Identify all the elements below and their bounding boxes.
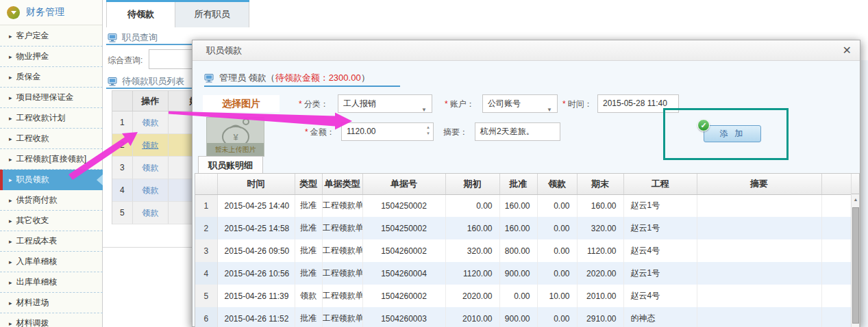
tab-all-staff[interactable]: 所有职员 bbox=[175, 2, 249, 27]
lingkuan-link[interactable]: 领款 bbox=[142, 185, 158, 195]
chevron-down-icon: ▼ bbox=[421, 101, 427, 113]
item-caret-icon: ▸ bbox=[9, 238, 12, 245]
vertical-scrollbar[interactable]: ▲ bbox=[851, 174, 860, 327]
sidebar-item[interactable]: ▸职员领款 bbox=[0, 170, 103, 190]
sidebar-item[interactable]: ▸客户定金 bbox=[0, 26, 103, 47]
detail-row[interactable]: 42015-04-26 10:56批准工程领款单15042600041120.0… bbox=[195, 262, 851, 285]
detail-cell: 2015-04-25 14:58 bbox=[217, 217, 295, 239]
lingkuan-link[interactable]: 领款 bbox=[142, 140, 158, 150]
detail-cell: 2015-04-26 10:56 bbox=[217, 262, 295, 285]
sidebar-item[interactable]: ▸材料调拨 bbox=[0, 313, 103, 327]
sidebar-item[interactable]: ▸工程收款计划 bbox=[0, 108, 103, 129]
operation-header: 操作 bbox=[133, 91, 169, 112]
monitor-icon bbox=[108, 34, 117, 42]
detail-row[interactable]: 52015-04-26 11:39领款工程领款单15042600022020.0… bbox=[195, 285, 851, 307]
detail-cell bbox=[697, 285, 821, 307]
detail-cell: 0.00 bbox=[537, 194, 577, 217]
close-icon[interactable]: ✕ bbox=[843, 44, 852, 57]
detail-table-header: 时间类型单据类型单据号期初批准领款期末工程摘要 bbox=[195, 174, 851, 194]
sidebar-item[interactable]: ▸物业押金 bbox=[0, 47, 103, 67]
lingkuan-link[interactable]: 领款 bbox=[142, 118, 158, 127]
detail-row[interactable]: 32015-04-26 09:50批准工程领款单1504260002320.00… bbox=[195, 239, 851, 262]
pending-staff-list-title: 待领款职员列表 bbox=[122, 75, 184, 88]
tab-pending-payment[interactable]: 待领款 bbox=[106, 2, 175, 27]
staff-row-number: 4 bbox=[112, 179, 133, 202]
sidebar-item[interactable]: ▸材料进场 bbox=[0, 293, 103, 313]
sidebar-item[interactable]: ▸工程收款 bbox=[0, 129, 103, 149]
sidebar-item-label: 质保金 bbox=[16, 71, 41, 83]
sidebar-item-label: 工程收款 bbox=[16, 133, 49, 144]
sidebar-item[interactable]: ▸出库单稽核 bbox=[0, 272, 103, 293]
item-caret-icon: ▸ bbox=[9, 33, 12, 40]
scroll-up-icon[interactable]: ▲ bbox=[852, 194, 860, 205]
monitor-icon bbox=[108, 77, 117, 86]
detail-cell: 2910.00 bbox=[577, 307, 623, 327]
sidebar-item[interactable]: ▸质保金 bbox=[0, 67, 103, 88]
payee-title: 管理员 领款（待领款金额：2300.00） bbox=[219, 72, 370, 84]
detail-cell: 900.00 bbox=[499, 262, 537, 285]
lingkuan-link[interactable]: 领款 bbox=[142, 163, 158, 172]
detail-cell: 的神态 bbox=[623, 307, 697, 327]
sidebar-item-label: 物业押金 bbox=[16, 51, 49, 62]
detail-cell-spacer bbox=[821, 307, 851, 327]
amount-stepper[interactable]: ▲▼ bbox=[426, 125, 430, 136]
payee-section-rule bbox=[204, 86, 400, 87]
add-button[interactable]: 添 加 bbox=[704, 125, 761, 142]
detail-cell: 1 bbox=[195, 194, 217, 217]
pending-staff-list-caption: 待领款职员列表 bbox=[108, 75, 184, 88]
detail-row[interactable]: 12015-04-25 14:40批准工程领款单15042500020.0016… bbox=[195, 194, 851, 217]
sidebar-menu: ▸客户定金▸物业押金▸质保金▸项目经理保证金▸工程收款计划▸工程收款▸工程领款[… bbox=[0, 26, 103, 327]
detail-cell: 2015-04-25 14:40 bbox=[217, 194, 295, 217]
account-select[interactable]: 公司账号▼ bbox=[482, 94, 558, 113]
tab-staff-account-detail[interactable]: 职员账明细 bbox=[198, 156, 263, 174]
summary-input[interactable]: 杭州2天差旅。 bbox=[475, 122, 560, 141]
scrollbar-thumb[interactable] bbox=[852, 207, 859, 324]
detail-cell: 800.00 bbox=[499, 239, 537, 262]
spinner-up-icon: ▲ bbox=[426, 125, 430, 130]
sidebar-item[interactable]: ▸工程领款[直接领款] bbox=[0, 149, 103, 170]
sidebar-item-label: 工程领款[直接领款] bbox=[16, 153, 87, 165]
combined-query-label: 综合查询: bbox=[108, 55, 142, 66]
detail-cell bbox=[697, 262, 821, 285]
choose-image-button[interactable]: 选择图片 bbox=[203, 95, 280, 112]
detail-cell: 工程领款单 bbox=[322, 239, 362, 262]
amount-input[interactable]: 1120.00 ▲▼ bbox=[341, 122, 434, 141]
sidebar-item[interactable]: ▸入库单稽核 bbox=[0, 252, 103, 272]
lingkuan-link[interactable]: 领款 bbox=[142, 208, 158, 218]
detail-cell: 2015-04-26 11:39 bbox=[217, 285, 295, 307]
item-caret-icon: ▸ bbox=[9, 94, 12, 101]
staff-row-number: 1 bbox=[112, 112, 133, 134]
detail-cell: 1504260003 bbox=[362, 307, 445, 327]
category-select[interactable]: 工人报销▼ bbox=[338, 94, 432, 113]
detail-cell-spacer bbox=[821, 217, 851, 239]
sidebar-header-finance[interactable]: 财务管理 bbox=[0, 0, 102, 25]
item-caret-icon: ▸ bbox=[9, 115, 12, 122]
item-caret-icon: ▸ bbox=[9, 218, 12, 224]
detail-cell: 批准 bbox=[295, 307, 322, 327]
detail-cell-spacer bbox=[821, 285, 851, 307]
sidebar-item[interactable]: ▸供货商付款 bbox=[0, 190, 103, 211]
category-label: *分类： bbox=[299, 99, 329, 110]
detail-row[interactable]: 62015-04-26 11:52批准工程领款单15042600032010.0… bbox=[195, 307, 851, 327]
detail-column-header: 批准 bbox=[499, 174, 537, 194]
detail-cell: 2020.00 bbox=[577, 262, 623, 285]
detail-cell: 900.00 bbox=[499, 307, 537, 327]
detail-column-header: 时间 bbox=[217, 174, 295, 194]
detail-cell: 赵云1号 bbox=[623, 262, 697, 285]
sidebar-item[interactable]: ▸工程成本表 bbox=[0, 231, 103, 252]
detail-cell: 赵云4号 bbox=[623, 239, 697, 262]
detail-cell: 6 bbox=[195, 307, 217, 327]
sidebar-item-label: 其它收支 bbox=[16, 215, 49, 226]
detail-cell bbox=[697, 194, 821, 217]
summary-label: 摘要： bbox=[443, 127, 468, 138]
detail-row[interactable]: 22015-04-25 14:58批准工程领款单1504250002160.00… bbox=[195, 217, 851, 239]
account-label: *账户： bbox=[445, 99, 475, 110]
image-placeholder[interactable]: ¥ 暂未上传图片 bbox=[206, 117, 264, 157]
detail-cell: 1504250002 bbox=[362, 217, 445, 239]
staff-query-title: 职员查询 bbox=[122, 31, 158, 44]
staff-payment-dialog: 职员领款 ✕ 管理员 领款（待领款金额：2300.00） 选择图片 ¥ 暂未上传… bbox=[192, 40, 860, 327]
detail-cell: 2 bbox=[195, 217, 217, 239]
detail-cell: 160.00 bbox=[499, 194, 537, 217]
sidebar-item[interactable]: ▸项目经理保证金 bbox=[0, 88, 103, 108]
sidebar-item[interactable]: ▸其它收支 bbox=[0, 211, 103, 231]
